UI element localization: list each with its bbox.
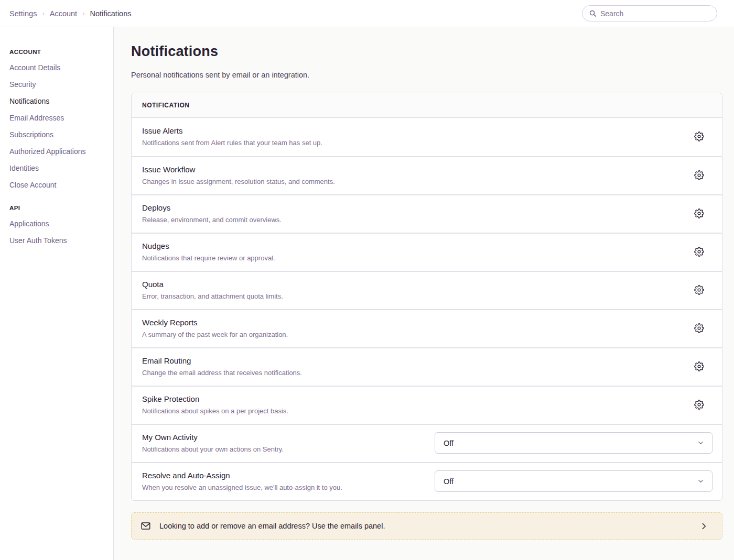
row-description: Notifications that require review or app… — [142, 254, 275, 262]
resolve-auto-assign-select[interactable]: Off — [435, 470, 713, 492]
select-value: Off — [444, 439, 454, 447]
main-content: Notifications Personal notifications sen… — [114, 27, 734, 560]
row-description: Notifications about your own actions on … — [142, 445, 284, 453]
sidebar-section-api: API Applications User Auth Tokens — [9, 205, 107, 244]
row-description: When you resolve an unassigned issue, we… — [142, 484, 342, 491]
select-value: Off — [444, 477, 454, 486]
notification-settings-panel: NOTIFICATION Issue Alerts Notifications … — [131, 93, 722, 501]
deploys-settings-button[interactable] — [692, 206, 706, 221]
chevron-right-icon[interactable] — [699, 522, 708, 531]
row-title: Nudges — [142, 241, 275, 250]
row-issue-alerts: Issue Alerts Notifications sent from Ale… — [132, 118, 722, 156]
sidebar-item-account-details[interactable]: Account Details — [9, 64, 107, 71]
envelope-icon — [141, 522, 150, 530]
page-subtitle: Personal notifications sent by email or … — [131, 71, 722, 79]
row-description: Changes in issue assignment, resolution … — [142, 178, 335, 185]
breadcrumb-separator-icon: › — [82, 9, 84, 17]
search-box[interactable] — [582, 5, 717, 21]
breadcrumb-notifications: Notifications — [90, 9, 132, 18]
row-description: Change the email address that receives n… — [142, 369, 302, 377]
emails-panel-banner[interactable]: Looking to add or remove an email addres… — [131, 512, 722, 540]
row-title: Deploys — [142, 203, 282, 212]
top-header: Settings › Account › Notifications — [0, 0, 734, 27]
breadcrumb-separator-icon: › — [42, 9, 44, 17]
row-title: Issue Workflow — [142, 165, 335, 174]
row-description: A summary of the past week for an organi… — [142, 331, 288, 338]
row-description: Release, environment, and commit overvie… — [142, 216, 282, 224]
row-nudges: Nudges Notifications that require review… — [132, 233, 722, 271]
search-icon — [589, 9, 597, 17]
row-title: My Own Activity — [142, 433, 284, 442]
row-title: Spike Protection — [142, 394, 288, 403]
sidebar-item-applications[interactable]: Applications — [9, 220, 107, 227]
sidebar-item-subscriptions[interactable]: Subscriptions — [9, 131, 107, 138]
sidebar-section-account: ACCOUNT Account Details Security Notific… — [9, 49, 107, 189]
gear-icon — [694, 208, 704, 218]
issue-workflow-settings-button[interactable] — [692, 168, 706, 182]
row-title: Issue Alerts — [142, 126, 322, 135]
row-issue-workflow: Issue Workflow Changes in issue assignme… — [132, 156, 722, 194]
breadcrumb: Settings › Account › Notifications — [9, 9, 131, 18]
row-deploys: Deploys Release, environment, and commit… — [132, 194, 722, 233]
sidebar-heading-api: API — [9, 205, 107, 211]
row-email-routing: Email Routing Change the email address t… — [132, 347, 722, 386]
gear-icon — [694, 285, 704, 295]
row-quota: Quota Error, transaction, and attachment… — [132, 271, 722, 309]
row-description: Error, transaction, and attachment quota… — [142, 292, 283, 300]
chevron-down-icon — [697, 477, 705, 485]
gear-icon — [694, 400, 704, 410]
sidebar-item-identities[interactable]: Identities — [9, 164, 107, 172]
row-title: Email Routing — [142, 356, 302, 365]
nudges-settings-button[interactable] — [692, 245, 706, 259]
gear-icon — [694, 323, 704, 333]
row-description: Notifications about spikes on a per proj… — [142, 407, 288, 415]
row-title: Weekly Reports — [142, 318, 288, 327]
page-title: Notifications — [131, 43, 722, 60]
email-routing-settings-button[interactable] — [692, 359, 706, 374]
gear-icon — [694, 361, 704, 371]
row-title: Quota — [142, 280, 283, 289]
row-weekly-reports: Weekly Reports A summary of the past wee… — [132, 309, 722, 347]
settings-sidebar: ACCOUNT Account Details Security Notific… — [0, 27, 114, 560]
search-input[interactable] — [600, 9, 710, 18]
row-my-own-activity: My Own Activity Notifications about your… — [132, 424, 722, 462]
breadcrumb-account[interactable]: Account — [50, 9, 77, 18]
panel-header: NOTIFICATION — [132, 93, 722, 118]
gear-icon — [694, 247, 704, 257]
sidebar-item-email-addresses[interactable]: Email Addresses — [9, 114, 107, 122]
row-description: Notifications sent from Alert rules that… — [142, 139, 322, 147]
breadcrumb-settings[interactable]: Settings — [9, 9, 37, 18]
sidebar-item-close-account[interactable]: Close Account — [9, 181, 107, 189]
gear-icon — [694, 131, 704, 141]
row-resolve-auto-assign: Resolve and Auto-Assign When you resolve… — [132, 462, 722, 500]
banner-text: Looking to add or remove an email addres… — [159, 522, 699, 530]
quota-settings-button[interactable] — [692, 283, 706, 297]
weekly-reports-settings-button[interactable] — [692, 321, 706, 335]
sidebar-item-notifications[interactable]: Notifications — [9, 97, 107, 105]
my-own-activity-select[interactable]: Off — [435, 432, 713, 454]
sidebar-heading-account: ACCOUNT — [9, 49, 107, 55]
sidebar-item-security[interactable]: Security — [9, 81, 107, 88]
chevron-down-icon — [697, 439, 705, 447]
row-title: Resolve and Auto-Assign — [142, 471, 342, 480]
gear-icon — [694, 170, 704, 180]
sidebar-item-user-auth-tokens[interactable]: User Auth Tokens — [9, 237, 107, 244]
sidebar-item-authorized-applications[interactable]: Authorized Applications — [9, 148, 107, 155]
spike-protection-settings-button[interactable] — [692, 398, 706, 412]
issue-alerts-settings-button[interactable] — [692, 129, 706, 144]
row-spike-protection: Spike Protection Notifications about spi… — [132, 386, 722, 424]
